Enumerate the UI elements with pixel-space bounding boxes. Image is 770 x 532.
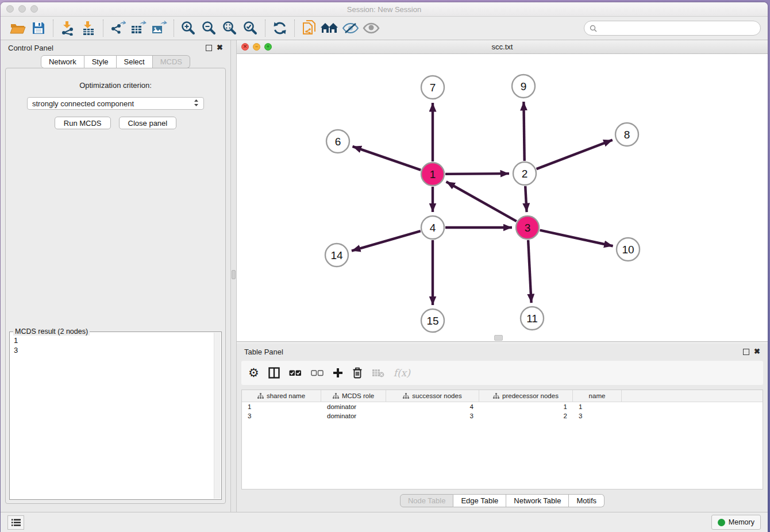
save-session-icon[interactable] (28, 19, 49, 37)
tab-select[interactable]: Select (117, 55, 153, 68)
export-image-icon[interactable] (149, 19, 170, 37)
memory-status-dot (718, 519, 725, 526)
node-15[interactable]: 15 (421, 309, 444, 332)
node-2[interactable]: 2 (513, 162, 536, 185)
export-table-icon[interactable] (128, 19, 149, 37)
network-minimize-button[interactable]: − (253, 43, 260, 51)
control-panel-title: Control Panel (8, 44, 53, 52)
zoom-fit-icon[interactable] (220, 19, 240, 37)
task-history-button[interactable] (7, 515, 24, 530)
delete-column-trash-icon[interactable] (352, 367, 363, 379)
table-tabs: Node TableEdge TableNetwork TableMotifs (237, 489, 768, 512)
node-14[interactable]: 14 (325, 244, 348, 267)
export-network-icon[interactable] (107, 19, 128, 37)
memory-label: Memory (729, 518, 754, 526)
node-4[interactable]: 4 (421, 216, 444, 239)
dropdown-stepper-icon (194, 99, 199, 109)
node-6[interactable]: 6 (326, 130, 349, 153)
mcds-result-line: 3 (14, 345, 217, 355)
deselect-all-icon[interactable] (311, 369, 324, 376)
edge-1-2[interactable] (445, 174, 509, 174)
app-titlebar: Session: New Session (1, 2, 768, 17)
column-selector-icon[interactable] (268, 367, 280, 379)
column-header-name[interactable]: name (573, 390, 622, 402)
column-header-mcds-role[interactable]: MCDS role (321, 390, 386, 402)
network-graph: 1234678910111415 (237, 54, 767, 341)
optimization-criterion-dropdown[interactable]: strongly connected component (27, 97, 204, 110)
tab-style[interactable]: Style (84, 55, 117, 68)
edge-2-3[interactable] (525, 186, 526, 212)
node-9[interactable]: 9 (512, 75, 535, 98)
control-panel: Control Panel ✖ NetworkStyleSelectMCDS O… (1, 40, 230, 512)
tree-icon (257, 393, 264, 399)
table-tab-node-table[interactable]: Node Table (400, 494, 454, 507)
table-cell: dominator (321, 411, 386, 421)
table-tab-network-table[interactable]: Network Table (506, 494, 569, 507)
node-11[interactable]: 11 (521, 307, 544, 330)
mcds-panel: Optimization criterion: strongly connect… (5, 68, 226, 504)
network-close-button[interactable]: ✕ (241, 43, 249, 51)
table-cell: 1 (242, 402, 321, 411)
network-canvas[interactable]: 1234678910111415 (237, 54, 768, 341)
table-body: 1dominator4113dominator323 (242, 402, 763, 421)
vertical-splitter[interactable] (230, 40, 237, 512)
create-column-plus-icon[interactable] (333, 368, 343, 378)
import-network-icon[interactable] (57, 19, 78, 37)
mcds-result-lines: 13 (10, 332, 221, 358)
edge-3-1[interactable] (446, 182, 517, 221)
table-row[interactable]: 1dominator411 (242, 402, 763, 411)
column-header-shared-name[interactable]: shared name (242, 390, 321, 402)
node-1[interactable]: 1 (421, 163, 444, 186)
show-all-eye-icon[interactable] (361, 19, 382, 37)
search-input[interactable] (600, 24, 755, 33)
node-7[interactable]: 7 (421, 76, 444, 99)
edge-1-6[interactable] (353, 147, 421, 170)
main-area: Control Panel ✖ NetworkStyleSelectMCDS O… (1, 40, 768, 512)
close-window-button[interactable] (6, 5, 14, 13)
edge-3-11[interactable] (528, 240, 532, 303)
float-panel-icon[interactable] (206, 45, 212, 51)
close-panel-icon[interactable]: ✖ (217, 44, 223, 51)
node-10[interactable]: 10 (617, 238, 640, 261)
select-all-icon[interactable] (289, 369, 302, 376)
network-zoom-button[interactable]: + (264, 43, 272, 51)
tab-network[interactable]: Network (41, 55, 84, 68)
app-window: Session: New Session (1, 2, 768, 532)
zoom-in-icon[interactable] (178, 19, 199, 37)
zoom-selected-icon[interactable] (240, 19, 261, 37)
zoom-out-icon[interactable] (199, 19, 220, 37)
tab-mcds[interactable]: MCDS (153, 55, 190, 68)
edge-4-14[interactable] (352, 231, 421, 250)
table-tab-edge-table[interactable]: Edge Table (453, 494, 506, 507)
ndex-import-icon[interactable] (299, 19, 319, 37)
result-scrollbar[interactable] (214, 333, 221, 499)
table-cell: 4 (386, 402, 479, 411)
node-8[interactable]: 8 (615, 123, 638, 146)
close-panel-button[interactable]: Close panel (119, 117, 177, 129)
column-header-predecessor-nodes[interactable]: predecessor nodes (479, 390, 573, 402)
edge-3-10[interactable] (540, 230, 613, 246)
edge-2-8[interactable] (537, 140, 613, 169)
table-tab-motifs[interactable]: Motifs (569, 494, 605, 507)
node-3[interactable]: 3 (516, 216, 539, 239)
float-table-panel-icon[interactable] (743, 349, 749, 355)
search-box[interactable] (584, 21, 761, 36)
edge-2-9[interactable] (523, 102, 524, 161)
table-panel-title: Table Panel (244, 348, 283, 356)
close-table-panel-icon[interactable]: ✖ (754, 348, 760, 355)
table-row[interactable]: 3dominator323 (242, 411, 763, 421)
open-session-icon[interactable] (7, 19, 28, 37)
import-table-icon[interactable] (78, 19, 99, 37)
table-settings-gear-icon[interactable]: ⚙ (248, 367, 259, 379)
memory-button[interactable]: Memory (711, 515, 761, 530)
split-collapse-handle[interactable] (494, 335, 503, 341)
column-header-successor-nodes[interactable]: successor nodes (386, 390, 479, 402)
refresh-layout-icon[interactable] (270, 19, 290, 37)
minimize-window-button[interactable] (18, 5, 26, 13)
zoom-window-button[interactable] (30, 5, 38, 13)
run-mcds-button[interactable]: Run MCDS (55, 117, 111, 129)
splitter-handle[interactable] (232, 270, 236, 279)
ndex-homes-icon[interactable] (319, 19, 340, 37)
svg-text:7: 7 (430, 82, 436, 94)
hide-selected-eye-icon[interactable] (340, 19, 361, 37)
